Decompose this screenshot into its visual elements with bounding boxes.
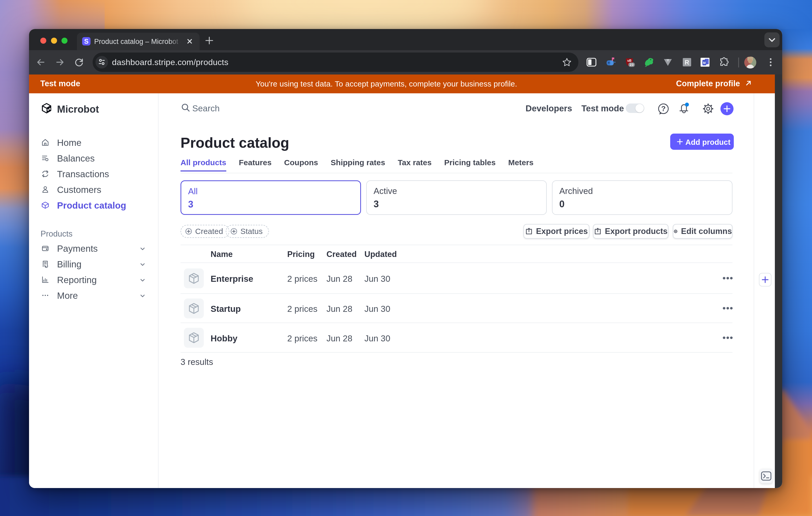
svg-text:?: ? xyxy=(661,104,666,113)
svg-text:23: 23 xyxy=(630,63,634,67)
svg-text:uB: uB xyxy=(627,59,632,62)
svg-text:R: R xyxy=(685,59,689,66)
svg-text:M: M xyxy=(703,61,706,65)
